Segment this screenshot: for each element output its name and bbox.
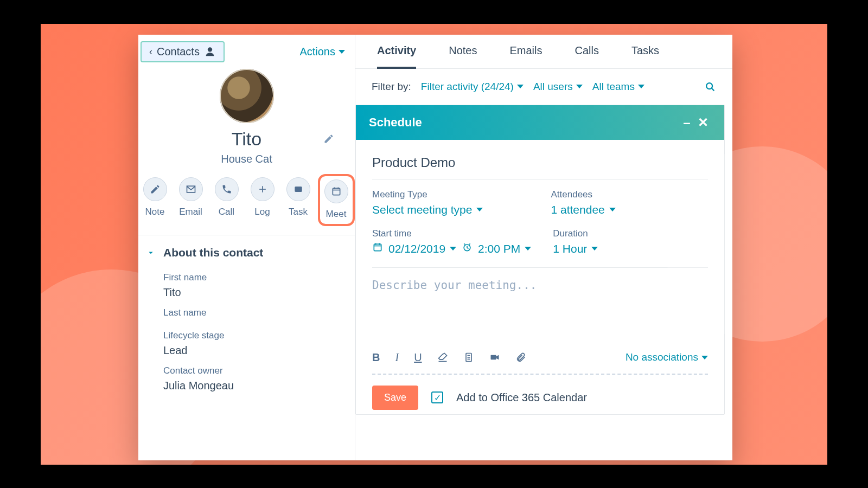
chevron-down-icon [146, 248, 156, 258]
svg-point-3 [706, 83, 712, 89]
caret-down-icon [450, 247, 456, 251]
activity-pane: Activity Notes Emails Calls Tasks Filter… [355, 35, 732, 460]
video-icon[interactable] [489, 352, 500, 363]
chevron-left-icon: ‹ [149, 47, 152, 56]
eraser-icon[interactable] [437, 352, 448, 363]
start-time-picker[interactable]: 2:00 PM [478, 242, 531, 255]
actions-menu[interactable]: Actions [299, 46, 345, 58]
caret-down-icon [525, 247, 531, 251]
add-to-calendar-label: Add to Office 365 Calendar [456, 391, 587, 404]
tab-calls[interactable]: Calls [575, 44, 599, 68]
envelope-icon [179, 177, 203, 201]
close-icon[interactable]: ✕ [695, 115, 711, 130]
last-name-label: Last name [163, 307, 355, 318]
start-date-picker[interactable]: 02/12/2019 [388, 242, 456, 255]
save-row: Save ✓ Add to Office 365 Calendar [356, 375, 724, 414]
log-label: Log [254, 207, 270, 217]
actions-label: Actions [299, 46, 335, 58]
lifecycle-label: Lifecycle stage [163, 330, 355, 341]
duration-select[interactable]: 1 Hour [553, 242, 598, 255]
attendees-block: Attendees 1 attendee [551, 189, 709, 216]
rule [372, 267, 708, 268]
paperclip-icon[interactable] [515, 352, 526, 363]
calendar-icon [372, 242, 383, 253]
email-action[interactable]: Email [179, 177, 203, 222]
save-button[interactable]: Save [372, 386, 418, 410]
tab-tasks[interactable]: Tasks [631, 44, 659, 68]
attendees-label: Attendees [551, 189, 709, 200]
phone-icon [215, 177, 239, 201]
last-name-field[interactable]: Last name [138, 299, 355, 322]
note-action[interactable]: Note [143, 177, 167, 222]
meeting-description-input[interactable] [372, 279, 708, 338]
about-section-header[interactable]: About this contact [138, 235, 355, 264]
quick-actions: Note Email Call [138, 177, 355, 235]
filter-teams[interactable]: All teams [592, 81, 644, 93]
contact-name-row: Tito [138, 129, 355, 150]
start-time-value: 2:00 PM [478, 242, 520, 255]
filter-by-label: Filter by: [372, 81, 411, 93]
first-name-field[interactable]: First name Tito [138, 264, 355, 299]
caret-down-icon [476, 208, 483, 211]
filter-teams-label: All teams [592, 81, 635, 93]
tab-emails[interactable]: Emails [510, 44, 542, 68]
meet-action[interactable]: Meet [318, 174, 355, 226]
back-to-contacts[interactable]: ‹ Contacts [141, 41, 225, 62]
about-title: About this contact [163, 246, 263, 259]
filter-activity[interactable]: Filter activity (24/24) [421, 81, 524, 93]
log-action[interactable]: Log [251, 177, 275, 222]
rule [372, 179, 708, 179]
lifecycle-field[interactable]: Lifecycle stage Lead [138, 322, 355, 357]
back-label: Contacts [157, 46, 200, 58]
person-icon [204, 46, 216, 57]
note-icon [143, 177, 167, 201]
filter-activity-label: Filter activity (24/24) [421, 81, 514, 93]
call-action[interactable]: Call [215, 177, 239, 222]
caret-down-icon [576, 85, 583, 88]
minimize-icon[interactable]: – [679, 115, 695, 130]
call-label: Call [219, 207, 234, 217]
meeting-title-input[interactable] [372, 152, 708, 179]
meeting-type-select[interactable]: Select meeting type [372, 203, 483, 216]
add-to-calendar-checkbox[interactable]: ✓ [431, 391, 443, 403]
task-icon [286, 177, 310, 201]
duration-label: Duration [553, 228, 708, 239]
caret-down-icon [339, 50, 345, 54]
editor-toolbar: B I U No associat [356, 346, 724, 374]
associations-select[interactable]: No associations [626, 351, 708, 363]
underline-button[interactable]: U [414, 351, 422, 364]
tab-activity[interactable]: Activity [377, 44, 416, 69]
meeting-type-block: Meeting Type Select meeting type [372, 189, 529, 216]
clock-icon [462, 242, 473, 253]
first-name-label: First name [163, 272, 355, 283]
lifecycle-value: Lead [163, 344, 355, 357]
svg-rect-4 [374, 244, 381, 251]
contact-avatar[interactable] [220, 69, 274, 123]
first-name-value: Tito [163, 286, 355, 299]
contact-subtitle: House Cat [138, 153, 355, 165]
pencil-icon[interactable] [323, 133, 334, 144]
task-action[interactable]: Task [286, 177, 310, 222]
filter-users[interactable]: All users [533, 81, 583, 93]
filter-users-label: All users [533, 81, 573, 93]
meet-label: Meet [326, 209, 347, 220]
owner-field[interactable]: Contact owner Julia Mongeau [138, 357, 355, 392]
avatar-container [138, 69, 355, 123]
caret-down-icon [591, 247, 598, 251]
attendees-select[interactable]: 1 attendee [551, 203, 616, 216]
duration-value: 1 Hour [553, 242, 587, 255]
caret-down-icon [701, 356, 708, 359]
plus-icon [251, 177, 275, 201]
search-icon[interactable] [704, 81, 716, 93]
svg-rect-1 [295, 187, 302, 192]
document-icon[interactable] [463, 352, 474, 363]
app-window: ‹ Contacts Actions Tito [138, 35, 732, 460]
record-tabs: Activity Notes Emails Calls Tasks [355, 35, 732, 69]
italic-button[interactable]: I [395, 351, 399, 364]
caret-down-icon [638, 85, 644, 88]
tab-notes[interactable]: Notes [449, 44, 477, 68]
background: ‹ Contacts Actions Tito [39, 22, 829, 466]
bold-button[interactable]: B [372, 351, 380, 364]
start-time-block: Start time 02/12/2019 [372, 228, 531, 255]
svg-rect-7 [490, 355, 496, 359]
